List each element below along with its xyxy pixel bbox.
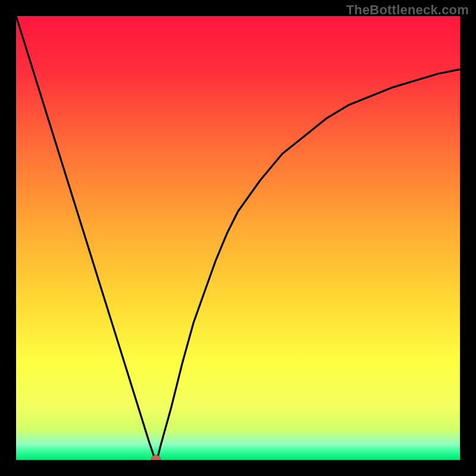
plot-svg	[16, 16, 460, 460]
plot-area	[16, 16, 460, 460]
gradient-background	[16, 16, 460, 460]
watermark-text: TheBottleneck.com	[346, 2, 469, 18]
minimum-marker	[151, 455, 160, 460]
chart-frame: TheBottleneck.com	[0, 0, 476, 476]
